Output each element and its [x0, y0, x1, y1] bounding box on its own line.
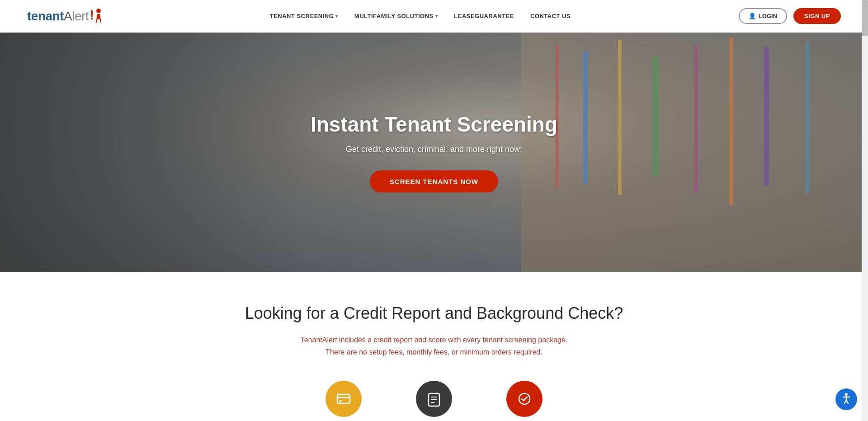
logo[interactable]: tenantAlert !	[27, 8, 102, 24]
login-label: LOGIN	[759, 13, 777, 19]
svg-line-16	[846, 400, 848, 403]
svg-rect-6	[339, 400, 342, 402]
svg-point-0	[96, 9, 101, 13]
nav-leaseguarantee-label: LEASEGUARANTEE	[454, 13, 514, 19]
hero-content: Instant Tenant Screening Get credit, evi…	[298, 113, 570, 193]
hero-subtitle: Get credit, eviction, criminal, and more…	[298, 144, 570, 154]
info-title: Looking for a Credit Report and Backgrou…	[27, 304, 841, 323]
signup-button[interactable]: SIGN UP	[793, 8, 841, 24]
scrollbar-thumb[interactable]	[862, 0, 868, 36]
logo-exclaim-icon: !	[90, 8, 94, 22]
screen-tenants-button[interactable]: SCREEN TENANTS NOW	[370, 170, 498, 192]
person-icon: 👤	[749, 13, 756, 19]
info-line2: There are no setup fees, monthly fees, o…	[298, 346, 570, 358]
info-subtitle: TenantAlert includes a credit report and…	[298, 334, 570, 358]
svg-line-2	[96, 18, 97, 22]
scrollbar-track[interactable]	[862, 0, 868, 421]
svg-line-3	[100, 18, 101, 22]
login-button[interactable]: 👤 LOGIN	[739, 8, 787, 24]
logo-figure-icon	[95, 8, 102, 24]
feature-icons-row	[27, 381, 841, 421]
logo-lert: lert	[72, 9, 89, 23]
nav-actions: 👤 LOGIN SIGN UP	[739, 8, 841, 24]
feature-icon-credit	[326, 381, 362, 417]
screen-tenants-label: SCREEN TENANTS NOW	[390, 177, 478, 185]
nav-contact-us-label: CONTACT US	[530, 13, 571, 19]
nav-tenant-screening-label: TENANT SCREENING	[270, 13, 334, 19]
logo-alert-text: A	[64, 9, 72, 23]
chevron-down-icon: ▾	[335, 14, 338, 19]
accessibility-icon	[840, 392, 852, 407]
credit-report-icon	[326, 381, 362, 417]
main-nav: TENANT SCREENING ▾ MULTIFAMILY SOLUTIONS…	[270, 13, 571, 19]
hero-section: Instant Tenant Screening Get credit, evi…	[0, 33, 868, 272]
background-check-icon	[416, 381, 452, 417]
nav-tenant-screening[interactable]: TENANT SCREENING ▾	[270, 13, 338, 19]
chevron-down-icon: ▾	[435, 14, 438, 19]
feature-icon-eviction	[506, 381, 542, 417]
info-section: Looking for a Credit Report and Backgrou…	[0, 272, 868, 421]
signup-label: SIGN UP	[804, 13, 830, 19]
hero-title: Instant Tenant Screening	[298, 113, 570, 137]
nav-contact-us[interactable]: CONTACT US	[530, 13, 571, 19]
nav-multifamily-label: MULTIFAMILY SOLUTIONS	[354, 13, 434, 19]
svg-rect-4	[337, 394, 350, 403]
eviction-check-icon	[506, 381, 542, 417]
accessibility-button[interactable]	[835, 388, 857, 410]
nav-multifamily-solutions[interactable]: MULTIFAMILY SOLUTIONS ▾	[354, 13, 438, 19]
nav-leaseguarantee[interactable]: LEASEGUARANTEE	[454, 13, 514, 19]
feature-icon-background	[416, 381, 452, 417]
svg-point-11	[519, 393, 530, 404]
info-line1: TenantAlert includes a credit report and…	[298, 334, 570, 346]
header: tenantAlert ! TENANT SCREENING ▾ MULTIFA…	[0, 0, 868, 33]
logo-tenant-text: tenant	[27, 9, 64, 23]
